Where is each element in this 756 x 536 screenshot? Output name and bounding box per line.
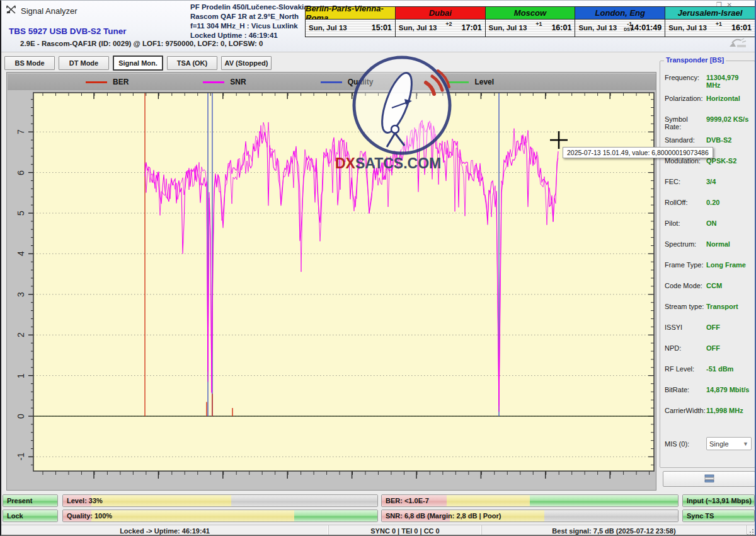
chart-tooltip: 2025-07-13 15.01.49, value: 6,8000001907… [563, 147, 713, 158]
site-line: PF Prodelin 450/Lučenec-Slovakia [190, 3, 308, 12]
clock-berlin-paris-vienna-roma: Berlin-Paris-Vienna-RomaSun, Jul 1315:01 [305, 6, 396, 37]
meter-level-33: Level: 33% [62, 494, 378, 507]
resize-grip[interactable] [747, 525, 755, 536]
transponder-value: 11,998 MHz [706, 407, 743, 414]
transponder-value: ON [706, 219, 717, 227]
clock-moscow: MoscowSun, Jul 13+116:01 [485, 6, 576, 37]
meter-label: SNR: 6,8 dB (Margin: 2,8 dB | Poor) [386, 510, 501, 521]
clock-city-label: Jerusalem-Israel [665, 7, 755, 20]
mis-select[interactable]: Single ▼ [706, 437, 752, 450]
clock-jerusalem-israel: Jerusalem-IsraelSun, Jul 13+116:01 [665, 6, 755, 37]
clock-date: Sun, Jul 13 [399, 24, 437, 32]
clock-dubai: DubaiSun, Jul 13+217:01 [395, 6, 486, 37]
meter-label: Present [7, 495, 32, 506]
y-tick-label: 5 [14, 207, 27, 219]
transponder-value: OFF [706, 323, 720, 331]
transponder-row: Frequency:11304,979 MHz [665, 74, 752, 89]
transponder-label: Polarization: [665, 95, 706, 102]
meter-label: Lock [7, 510, 23, 521]
transponder-value: OFF [706, 344, 720, 352]
meter-present: Present [3, 494, 58, 507]
legend-label: BER [113, 78, 129, 86]
clock-body: Sun, Jul 1315:01 [306, 20, 395, 37]
transponder-value: Transport [706, 303, 738, 310]
transponder-row: FEC:3/4 [665, 178, 752, 185]
status-uptime: Locked -> Uptime: 46:19:41 [1, 525, 329, 536]
transponder-groupbox: Transponder [BS] Frequency:11304,979 MHz… [660, 61, 755, 468]
site-line: Rascom QAF 1R at 2.9°E_North [190, 12, 308, 21]
tab-dt-mode[interactable]: DT Mode [59, 56, 109, 70]
meter-quality-100: Quality: 100% [62, 510, 378, 522]
y-tick-label: 2 [14, 329, 27, 341]
transponder-value: CCM [706, 282, 722, 289]
window-title: Signal Analyzer [21, 6, 77, 16]
transponder-row: Stream type:Transport [665, 303, 752, 310]
transponder-row: NPD:OFF [665, 344, 752, 352]
transponder-label: Pilot: [665, 219, 706, 227]
satellite-dish-icon [727, 37, 748, 50]
transponder-label: RF Level: [665, 365, 706, 373]
legend-swatch [86, 81, 107, 83]
clock-time: 14:01:49 [630, 23, 662, 32]
meter-label: Sync TS [687, 510, 714, 521]
clock-date: Sun, Jul 13 [578, 24, 617, 32]
clock-date: Sun, Jul 13 [668, 24, 707, 32]
transponder-label: Symbol Rate: [665, 115, 706, 131]
meter-lock: Lock [3, 510, 58, 522]
app-icon [6, 5, 16, 16]
y-tick-label: 3 [14, 288, 27, 301]
transponder-value: 0.20 [706, 199, 719, 206]
mode-toolbar: BS ModeDT ModeSignal Mon.TSA (OK)AV (Sto… [4, 56, 272, 71]
transponder-label: RollOff: [665, 199, 706, 206]
transponder-value: DVB-S2 [706, 136, 731, 144]
clock-time: 17:01 [462, 23, 482, 32]
app-window: Signal Analyzer ❐ ✕ PF Prodelin 450/Luče… [0, 0, 756, 536]
transponder-row: Frame Type:Long Frame [665, 261, 752, 269]
chart-panel: BERSNRQualityLevel 76543210-1 [6, 72, 656, 491]
chevron-down-icon: ▼ [743, 441, 748, 447]
status-best-signal: Best signal: 7,5 dB (2025-07-12 23:58) [482, 525, 747, 536]
transponder-label: FEC: [665, 178, 706, 185]
tab-tsa-ok-[interactable]: TSA (OK) [167, 56, 217, 70]
clock-utc-offset: +1 [536, 21, 542, 27]
tab-bs-mode[interactable]: BS Mode [4, 56, 55, 70]
meter-label: Level: 33% [67, 495, 103, 506]
transponder-value: Horizontal [706, 95, 740, 102]
stream-list-button[interactable] [663, 471, 755, 487]
clock-london-eng: London, EngSun, Jul 13-1DST14:01:49 [575, 6, 665, 37]
meter-label: BER: <1.0E-7 [386, 495, 429, 506]
transponder-label: Code Mode: [665, 282, 706, 289]
meter-input-13-91-mbps: Input (~13,91 Mbps) [682, 494, 755, 507]
world-clocks: Berlin-Paris-Vienna-RomaSun, Jul 1315:01… [306, 6, 755, 37]
site-info: PF Prodelin 450/Lučenec-Slovakia Rascom … [190, 3, 308, 40]
clock-city-label: Dubai [396, 7, 485, 20]
mis-label: MIS (0): [665, 440, 706, 448]
clock-time: 16:01 [551, 23, 571, 32]
transponder-row: Pilot:ON [665, 219, 752, 227]
transponder-title: Transponder [BS] [664, 56, 726, 64]
transponder-row: CarrierWidth:11,998 MHz [665, 407, 752, 414]
titlebar: Signal Analyzer [6, 4, 77, 17]
tab-signal-mon-[interactable]: Signal Mon. [113, 55, 163, 71]
transponder-label: Spectrum: [665, 240, 706, 248]
clock-city-label: Berlin-Paris-Vienna-Roma [306, 7, 395, 20]
legend-item-quality: Quality [321, 78, 374, 86]
meter-ber-1-0e-7: BER: <1.0E-7 [381, 494, 679, 507]
tuner-subtitle: 2.9E - Rascom-QAF1R (ID: 0029) @ LOF1: 9… [20, 40, 263, 47]
meter-snr-6-8-db-margin-2-8-db-poor: SNR: 6,8 dB (Margin: 2,8 dB | Poor) [381, 510, 679, 522]
clock-city-label: London, Eng [575, 7, 665, 20]
signal-plot[interactable] [7, 73, 656, 490]
legend-item-ber: BER [86, 78, 129, 86]
legend-item-level: Level [447, 78, 494, 86]
list-icon [704, 474, 714, 485]
site-line: Locked Uptime : 46:19:41 [190, 31, 308, 40]
clock-utc-offset: +2 [445, 21, 452, 27]
transponder-row: RF Level:-51 dBm [665, 365, 752, 373]
legend-swatch [447, 81, 469, 83]
meter-label: Quality: 100% [67, 510, 112, 521]
transponder-row: Symbol Rate:9999,02 KS/s [665, 115, 752, 131]
y-tick-label: 1 [14, 370, 27, 382]
transponder-label: Frequency: [665, 74, 706, 89]
transponder-value: 3/4 [706, 178, 716, 185]
tab-av-stopped-[interactable]: AV (Stopped) [221, 56, 272, 70]
